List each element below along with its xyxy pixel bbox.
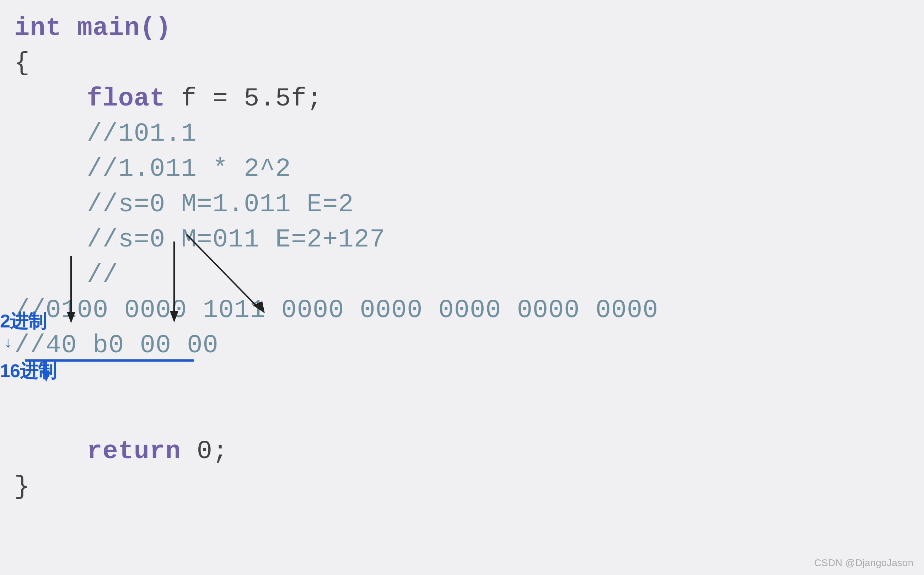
comment-ieee-2: //s=0 M=011 E=2+127 (87, 225, 385, 254)
code-line-9: //0100 0000 1011 0000 0000 0000 0000 000… (14, 293, 910, 328)
code-line-blank2 (14, 399, 910, 434)
watermark: CSDN @DjangoJason (814, 557, 913, 569)
var-declaration: f = 5.5f; (181, 84, 322, 113)
code-line-7: //s=0 M=011 E=2+127 (14, 222, 910, 257)
code-line-3: float f = 5.5f; (14, 81, 910, 116)
keyword-return: return (87, 437, 181, 466)
comment-slash: // (87, 260, 118, 290)
comment-binary: //101.1 (87, 119, 196, 148)
code-line-8: // (14, 258, 910, 293)
comment-hex: //40 b0 00 00 (14, 331, 218, 360)
comment-scientific: //1.011 * 2^2 (87, 154, 291, 184)
code-line-10: //40 b0 00 00 (14, 328, 910, 363)
code-line-blank (14, 364, 910, 399)
code-line-1: int main() (14, 11, 910, 46)
comment-ieee-1: //s=0 M=1.011 E=2 (87, 190, 354, 219)
code-line-6: //s=0 M=1.011 E=2 (14, 187, 910, 222)
close-brace: } (14, 472, 30, 502)
code-container: int main() { float f = 5.5f; //101.1 //1… (0, 0, 924, 575)
comment-binary-full: //0100 0000 1011 0000 0000 0000 0000 000… (14, 296, 658, 325)
code-line-close: } (14, 470, 910, 505)
code-line-2: { (14, 46, 910, 81)
return-value: 0; (197, 437, 228, 466)
code-line-return: return 0; (14, 434, 910, 469)
keyword-int: int main() (14, 13, 171, 43)
code-line-4: //101.1 (14, 116, 910, 152)
open-brace: { (14, 49, 30, 78)
code-line-5: //1.011 * 2^2 (14, 152, 910, 187)
keyword-float: float (87, 84, 165, 113)
